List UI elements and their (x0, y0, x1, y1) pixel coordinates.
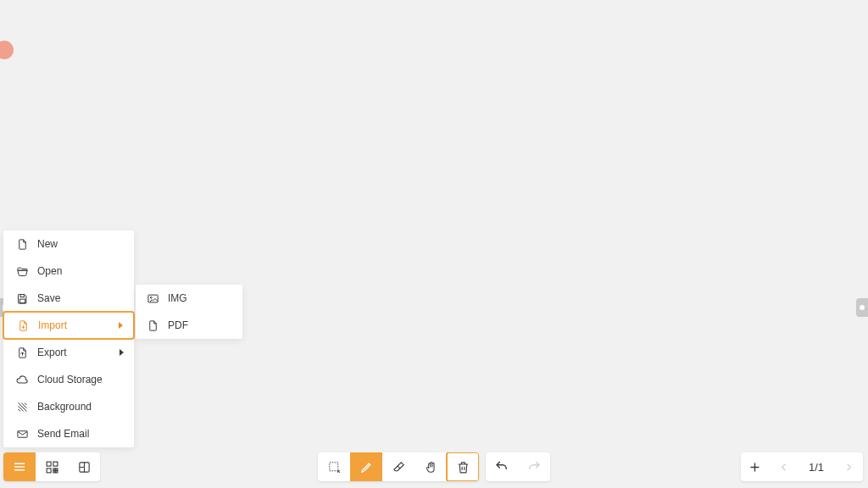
menu-item-background[interactable]: Background (3, 393, 134, 420)
save-icon (15, 291, 29, 305)
submenu-item-label: PDF (168, 319, 232, 331)
svg-rect-10 (55, 470, 57, 472)
svg-rect-14 (329, 462, 337, 470)
import-submenu: IMG PDF (136, 285, 242, 339)
page-navigator: 1/1 (741, 452, 863, 481)
svg-point-5 (150, 297, 152, 298)
next-page-button[interactable] (834, 452, 863, 481)
menu-item-cloud-storage[interactable]: Cloud Storage (3, 366, 134, 393)
svg-rect-1 (20, 294, 24, 297)
redo-button[interactable] (518, 452, 550, 481)
svg-rect-9 (53, 468, 54, 469)
folder-open-icon (15, 264, 29, 278)
eraser-tool-button[interactable] (382, 452, 415, 481)
delete-tool-button[interactable] (446, 452, 479, 481)
bottom-center-toolbar (318, 452, 550, 481)
menu-item-label: New (37, 238, 124, 250)
submenu-item-img[interactable]: IMG (136, 285, 242, 312)
import-icon (16, 319, 30, 332)
decorative-blob (0, 41, 14, 59)
submenu-item-pdf[interactable]: PDF (136, 312, 242, 339)
undo-button[interactable] (486, 452, 518, 481)
svg-rect-11 (53, 470, 54, 472)
background-icon (15, 400, 29, 413)
menu-item-import[interactable]: Import (3, 311, 135, 340)
hand-tool-button[interactable] (415, 452, 447, 481)
select-tool-button[interactable] (318, 452, 350, 481)
email-icon (15, 427, 29, 441)
pen-tool-button[interactable] (350, 452, 382, 481)
svg-rect-2 (19, 299, 25, 302)
hamburger-menu-button[interactable] (3, 452, 36, 481)
cloud-icon (15, 373, 29, 386)
menu-item-label: Background (37, 401, 124, 413)
svg-rect-12 (55, 468, 57, 469)
file-icon (15, 237, 29, 251)
page-indicator: 1/1 (798, 461, 834, 474)
menu-item-label: Export (37, 347, 120, 358)
submenu-item-label: IMG (168, 292, 232, 304)
menu-item-export[interactable]: Export (3, 339, 134, 366)
chevron-right-icon (120, 349, 124, 356)
menu-item-label: Open (37, 265, 124, 277)
layout-button[interactable] (68, 452, 100, 481)
add-page-button[interactable] (741, 452, 770, 481)
qr-code-button[interactable] (36, 452, 68, 481)
prev-page-button[interactable] (770, 452, 798, 481)
chevron-right-icon (119, 322, 123, 329)
image-icon (146, 291, 159, 305)
menu-item-send-email[interactable]: Send Email (3, 420, 134, 447)
svg-rect-6 (47, 462, 51, 466)
menu-item-label: Save (37, 292, 124, 304)
right-edge-handle[interactable] (856, 298, 868, 317)
menu-item-label: Cloud Storage (37, 374, 124, 385)
pdf-icon (146, 319, 159, 332)
menu-item-label: Send Email (37, 428, 124, 440)
menu-item-label: Import (38, 319, 119, 331)
svg-rect-8 (47, 468, 51, 472)
export-icon (15, 346, 29, 359)
svg-rect-7 (53, 462, 57, 466)
file-menu: New Open Save Import Export Cloud Storag… (3, 230, 134, 447)
bottom-left-toolbar (3, 452, 100, 481)
menu-item-save[interactable]: Save (3, 285, 134, 312)
svg-rect-3 (17, 430, 26, 437)
menu-item-open[interactable]: Open (3, 258, 134, 285)
menu-item-new[interactable]: New (3, 230, 134, 258)
